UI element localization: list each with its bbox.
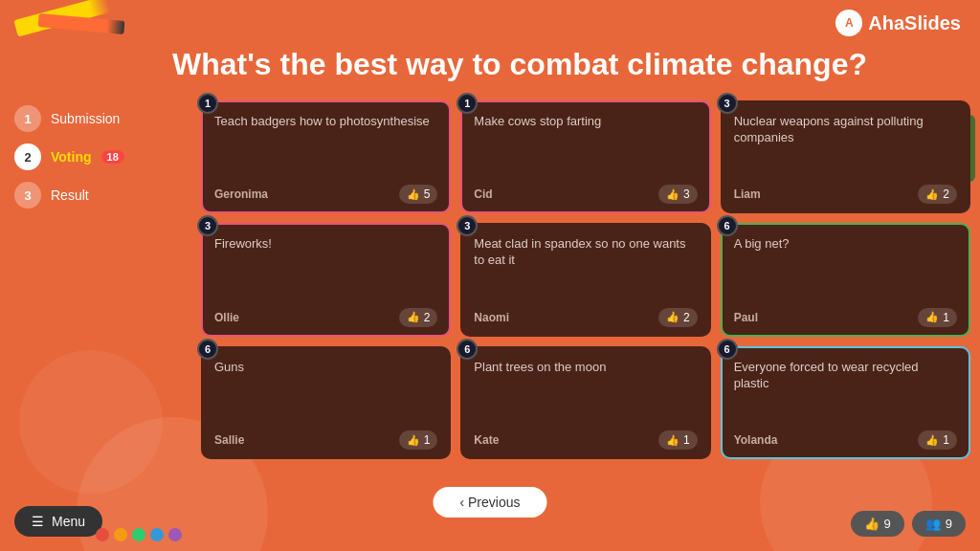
card-votes: 👍 2 [399,308,438,327]
card-footer: Paul 👍 1 [734,308,957,327]
palette-color-3[interactable] [150,528,164,541]
app-header: A AhaSlides [835,10,961,36]
menu-icon: ☰ [32,514,44,529]
card-text: Teach badgers how to photosynthesise [214,114,437,162]
thumb-icon: 👍 [666,188,679,201]
card-votes: 👍 1 [399,430,438,450]
card-6: 6 Guns Sallie 👍 1 [201,346,451,459]
users-icon: 👥 [925,517,941,531]
thumb-icon: 👍 [666,311,679,323]
users-count: 9 [946,517,952,531]
card-votes: 👍 1 [658,430,698,450]
color-palette [96,528,182,541]
card-text: Nuclear weapons against polluting compan… [734,114,957,162]
thumb-icon: 👍 [925,434,939,447]
card-votes: 👍 2 [918,185,957,204]
card-footer: Ollie 👍 2 [214,308,437,327]
menu-label: Menu [52,514,85,529]
logo-text: AhaSlides [868,12,961,34]
thumb-icon: 👍 [407,311,420,323]
bg-decoration [19,350,163,494]
palette-color-2[interactable] [132,528,145,541]
card-votes: 👍 3 [658,185,698,204]
card-author: Sallie [214,433,244,447]
card-rank: 6 [457,339,478,360]
palette-color-1[interactable] [114,528,127,541]
bottom-stats: 👍 9 👥 9 [851,511,966,537]
card-2: 3 Nuclear weapons against polluting comp… [721,100,970,213]
sidebar-label-voting: Voting [51,149,92,165]
card-author: Liam [734,187,761,201]
card-1: 1 Make cows stop farting Cid 👍 3 [460,100,710,213]
card-footer: Liam 👍 2 [734,185,957,204]
card-footer: Kate 👍 1 [474,430,697,450]
card-rank: 1 [197,93,218,114]
card-votes: 👍 1 [918,308,957,327]
palette-color-0[interactable] [96,528,109,541]
card-text: Fireworks! [214,236,437,284]
card-author: Ollie [214,311,239,324]
card-4: 3 Meat clad in spandex so no one wants t… [460,223,710,336]
votes-count: 9 [884,517,891,531]
card-footer: Yolanda 👍 1 [734,430,957,450]
card-text: Plant trees on the moon [474,360,697,408]
thumb-icon: 👍 [407,188,420,201]
sidebar: 1 Submission 2 Voting 18 3 Result [14,105,191,209]
card-author: Yolanda [734,433,778,447]
card-footer: Cid 👍 3 [474,185,697,204]
card-text: Meat clad in spandex so no one wants to … [474,236,697,284]
page-title: What's the best way to combat climate ch… [172,46,903,82]
logo-icon: A [835,10,862,36]
card-rank: 1 [457,93,478,114]
card-author: Cid [474,187,492,201]
card-rank: 3 [197,215,218,236]
card-author: Kate [474,433,499,447]
card-footer: Sallie 👍 1 [214,430,437,450]
sidebar-item-result[interactable]: 3 Result [14,182,191,209]
card-votes: 👍 1 [918,430,957,450]
card-rank: 3 [457,215,478,236]
thumb-icon: 👍 [666,434,679,447]
card-text: Guns [214,360,437,408]
cards-grid: 1 Teach badgers how to photosynthesise G… [201,100,970,459]
users-stat: 👥 9 [912,511,966,537]
card-rank: 6 [717,215,738,236]
voting-badge: 18 [101,150,124,164]
sidebar-number-3: 3 [14,182,41,209]
bottom-bar-left: ☰ Menu [14,506,102,537]
pencil-decoration [38,13,125,34]
card-rank: 6 [197,339,218,360]
card-rank: 3 [717,93,738,114]
card-5: 6 A big net? Paul 👍 1 [721,223,970,336]
card-3: 3 Fireworks! Ollie 👍 2 [201,223,451,336]
votes-stat: 👍 9 [851,511,904,537]
card-rank: 6 [717,339,738,360]
card-footer: Naomi 👍 2 [474,308,697,327]
card-votes: 👍 2 [658,308,698,327]
menu-button[interactable]: ☰ Menu [14,506,102,537]
previous-button[interactable]: ‹ Previous [433,487,546,518]
card-author: Geronima [214,187,268,201]
card-text: A big net? [734,236,957,284]
card-text: Make cows stop farting [474,114,697,162]
card-7: 6 Plant trees on the moon Kate 👍 1 [460,346,710,459]
logo: A AhaSlides [835,10,961,36]
sidebar-item-submission[interactable]: 1 Submission [14,105,191,132]
thumb-icon: 👍 [407,434,420,447]
card-footer: Geronima 👍 5 [214,185,437,204]
sidebar-number-1: 1 [14,105,41,132]
card-text: Everyone forced to wear recycled plastic [734,360,957,408]
card-author: Paul [734,311,758,324]
card-8: 6 Everyone forced to wear recycled plast… [721,346,970,459]
thumb-icon: 👍 [925,188,939,201]
card-author: Naomi [474,311,509,324]
card-0: 1 Teach badgers how to photosynthesise G… [201,100,451,213]
sidebar-number-2: 2 [14,143,41,170]
thumbs-icon: 👍 [864,517,880,531]
card-votes: 👍 5 [399,185,438,204]
sidebar-label-submission: Submission [51,111,120,126]
sidebar-item-voting[interactable]: 2 Voting 18 [14,143,191,170]
palette-color-4[interactable] [168,528,182,541]
sidebar-label-result: Result [51,187,89,203]
thumb-icon: 👍 [925,311,939,323]
